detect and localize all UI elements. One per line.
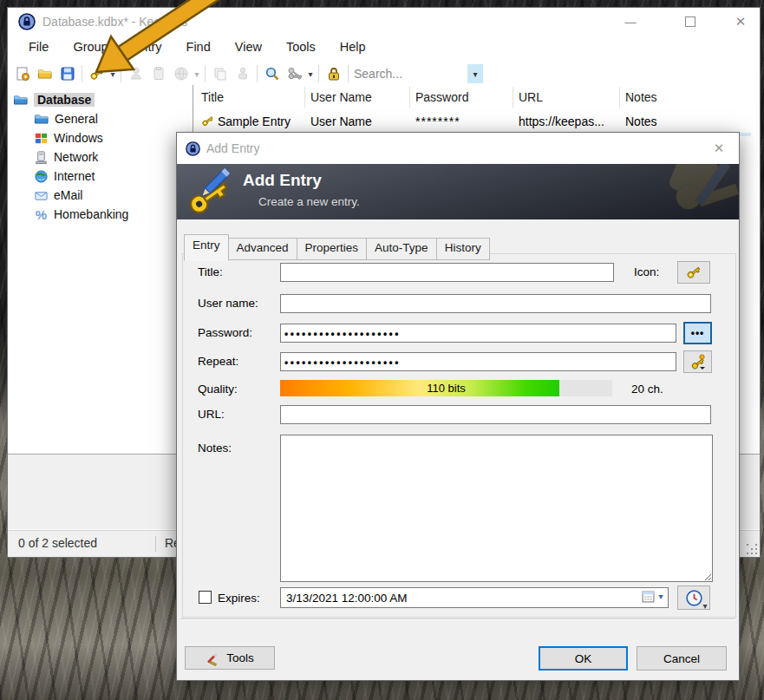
- titlebar: Database.kdbx* - KeePass — ✕: [8, 8, 760, 36]
- dialog-separator: [180, 618, 735, 620]
- copy-username-button: [209, 63, 231, 84]
- menu-group[interactable]: Group: [61, 37, 120, 60]
- folder-icon: [34, 111, 49, 127]
- menu-help[interactable]: Help: [328, 37, 378, 60]
- open-database-button[interactable]: [34, 63, 56, 84]
- password-input[interactable]: [280, 324, 676, 343]
- tools-button-label: Tools: [226, 651, 254, 664]
- menu-find[interactable]: Find: [174, 37, 223, 60]
- notes-textarea[interactable]: [280, 435, 713, 582]
- user-icon: [128, 66, 144, 82]
- search-dropdown[interactable]: ▾: [467, 64, 483, 83]
- search-input[interactable]: [352, 66, 467, 82]
- username-input[interactable]: [280, 294, 711, 313]
- banner-watermark: [591, 164, 739, 219]
- ok-button[interactable]: OK: [539, 646, 628, 671]
- expires-checkbox[interactable]: [199, 591, 212, 604]
- url-label: URL:: [198, 408, 225, 421]
- show-password-button[interactable]: •••: [683, 322, 712, 344]
- tab-auto-type[interactable]: Auto-Type: [367, 238, 437, 260]
- open-folder-icon: [37, 66, 53, 82]
- tree-item-windows[interactable]: Windows: [34, 129, 103, 147]
- toolbar-separator: [205, 65, 206, 82]
- tree-item-internet[interactable]: Internet: [34, 167, 95, 185]
- tree-label: Windows: [54, 131, 103, 145]
- tree-item-database[interactable]: Database: [13, 91, 95, 108]
- column-separator: [409, 87, 410, 108]
- column-header-username[interactable]: User Name: [310, 85, 372, 109]
- key-options-dropdown[interactable]: ▾: [306, 69, 315, 79]
- cancel-button-label: Cancel: [663, 652, 700, 665]
- tree-label: Database: [34, 93, 95, 107]
- duplicate-entry-button: [147, 63, 169, 84]
- entry-cell-title[interactable]: Sample Entry: [218, 111, 291, 132]
- quality-bits: 110 bits: [280, 382, 612, 395]
- resize-grip[interactable]: [745, 542, 757, 554]
- tools-icon: [206, 651, 221, 666]
- key-sparkle-icon: [689, 353, 707, 370]
- tree-item-homebanking[interactable]: % Homebanking: [34, 206, 128, 223]
- add-entry-button[interactable]: [86, 63, 108, 84]
- title-label: Title:: [198, 265, 223, 278]
- save-button[interactable]: [56, 63, 78, 84]
- tree-label: General: [55, 112, 98, 126]
- add-entry-dropdown[interactable]: ▾: [108, 69, 117, 79]
- entry-cell-url[interactable]: https://keepas...: [519, 111, 604, 132]
- expiry-presets-dropdown: ▾: [701, 601, 709, 611]
- menu-file[interactable]: File: [16, 37, 61, 60]
- menu-tools[interactable]: Tools: [274, 37, 328, 60]
- icon-picker-button[interactable]: [677, 261, 710, 284]
- tab-properties[interactable]: Properties: [297, 238, 368, 260]
- title-input[interactable]: [280, 263, 614, 282]
- entry-cell-username[interactable]: User Name: [310, 111, 372, 132]
- menu-view[interactable]: View: [223, 37, 274, 60]
- repeat-input[interactable]: [280, 352, 676, 371]
- quality-chars: 20 ch.: [631, 383, 663, 396]
- tab-entry[interactable]: Entry: [184, 234, 229, 261]
- find-button[interactable]: [261, 63, 283, 84]
- tree-item-email[interactable]: eMail: [34, 186, 82, 204]
- tab-advanced[interactable]: Advanced: [229, 238, 297, 260]
- menubar: File Group Entry Find View Tools Help: [16, 37, 378, 60]
- minimize-button[interactable]: —: [616, 8, 645, 36]
- url-input[interactable]: [280, 405, 711, 424]
- column-header-title[interactable]: Title: [201, 85, 224, 109]
- expiry-presets-button[interactable]: ▾: [677, 586, 710, 610]
- toolbar-separator: [121, 65, 121, 82]
- windows-icon: [34, 131, 49, 146]
- clipboard-key-icon: [151, 66, 167, 82]
- cancel-button[interactable]: Cancel: [637, 646, 727, 671]
- column-header-password[interactable]: Password: [415, 85, 468, 109]
- column-header-url[interactable]: URL: [519, 85, 543, 109]
- maximize-button[interactable]: [676, 8, 705, 36]
- expires-dropdown[interactable]: ▾: [656, 592, 665, 601]
- dialog-titlebar: Add Entry ✕: [177, 133, 739, 164]
- column-separator: [619, 87, 620, 108]
- tools-button[interactable]: Tools: [185, 646, 275, 670]
- generate-password-button[interactable]: [683, 350, 712, 373]
- new-database-button[interactable]: [11, 63, 33, 84]
- entry-key-icon: [200, 114, 215, 128]
- dialog-close-button[interactable]: ✕: [706, 133, 732, 164]
- mail-icon: [34, 188, 49, 203]
- tree-item-network[interactable]: Network: [34, 148, 98, 166]
- key-options-button[interactable]: [284, 63, 305, 84]
- toolbar-separator: [318, 65, 319, 82]
- toolbar-separator: [257, 65, 258, 82]
- icon-label: Icon:: [634, 265, 659, 278]
- calendar-icon: [642, 590, 655, 603]
- menu-entry[interactable]: Entry: [121, 37, 174, 60]
- tree-item-general[interactable]: General: [34, 110, 98, 128]
- expires-date-combo[interactable]: 3/13/2021 12:00:00 AM ▾: [280, 587, 669, 608]
- tab-history[interactable]: History: [437, 238, 490, 260]
- column-header-notes[interactable]: Notes: [625, 85, 657, 109]
- close-button[interactable]: ✕: [726, 8, 755, 36]
- banner-key-pencil-icon: [186, 167, 236, 217]
- dialog-title: Add Entry: [206, 133, 259, 164]
- entry-cell-notes[interactable]: Notes: [625, 111, 657, 132]
- lock-workspace-button[interactable]: [323, 63, 344, 84]
- toolbar: ▾ ▾ ▾ ▾: [11, 62, 483, 86]
- search-icon: [264, 66, 280, 82]
- entry-cell-password[interactable]: ********: [415, 111, 460, 132]
- column-separator: [513, 87, 513, 108]
